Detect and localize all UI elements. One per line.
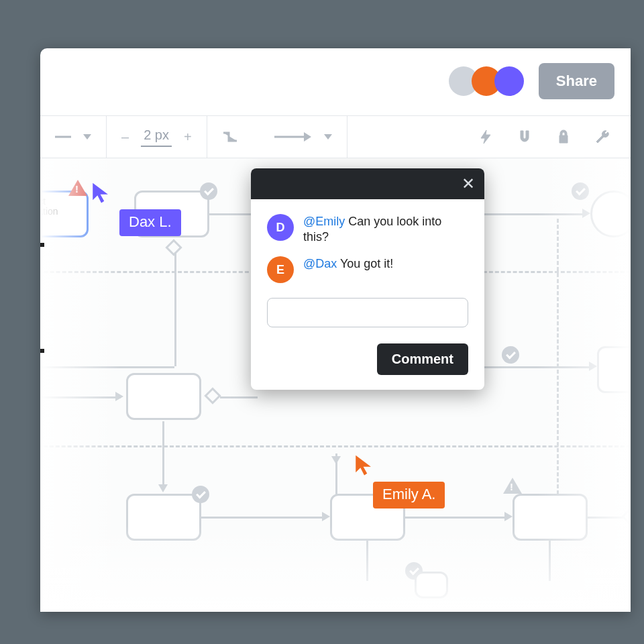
connector-section — [207, 116, 347, 158]
mention[interactable]: @Dax — [303, 257, 337, 270]
mention[interactable]: @Emily — [303, 215, 345, 228]
line-style-section — [40, 116, 106, 158]
lightning-icon[interactable] — [478, 129, 494, 145]
collaborator-cursor-dax — [90, 181, 113, 204]
app-window: Share – 2 px + — [40, 48, 631, 612]
diamond-icon — [621, 508, 631, 525]
share-button[interactable]: Share — [539, 63, 614, 99]
avatar-initial: D — [267, 214, 294, 241]
node-label: roduct figuration — [40, 193, 87, 221]
check-icon — [502, 346, 519, 364]
comment-text: You got it! — [337, 257, 393, 270]
elbow-connector-icon[interactable] — [222, 129, 238, 145]
collaborator-label-emily: Emily A. — [373, 482, 445, 508]
wrench-icon[interactable] — [594, 129, 610, 145]
diagram-node[interactable] — [126, 373, 201, 420]
avatar[interactable] — [494, 66, 524, 96]
diagram-node[interactable] — [126, 494, 201, 541]
chevron-down-icon[interactable] — [324, 134, 332, 140]
diagram-node[interactable] — [590, 191, 631, 237]
check-icon — [200, 182, 217, 200]
magnet-icon[interactable] — [517, 129, 533, 145]
diagram-node[interactable] — [415, 572, 448, 598]
collaborator-label-dax: Dax L. — [119, 209, 181, 236]
topbar: Share — [455, 63, 614, 99]
comment-submit-button[interactable]: Comment — [377, 343, 468, 375]
toolbar: – 2 px + — [40, 115, 631, 158]
minus-button[interactable]: – — [121, 129, 129, 145]
diamond-icon — [204, 387, 221, 404]
diamond-icon — [165, 239, 182, 256]
warning-icon[interactable]: ! — [68, 180, 87, 196]
collaborator-cursor-emily — [353, 453, 376, 476]
collaborator-avatars[interactable] — [455, 66, 524, 96]
plus-button[interactable]: + — [184, 129, 192, 145]
arrow-right-icon[interactable] — [274, 129, 312, 145]
line-style-icon[interactable] — [55, 129, 71, 145]
check-icon — [192, 486, 209, 503]
stroke-width-section: – 2 px + — [107, 116, 207, 158]
popover-header: ✕ — [251, 168, 484, 199]
comment-message: D @Emily Can you look into this? — [267, 214, 468, 244]
close-icon[interactable]: ✕ — [462, 176, 475, 192]
lock-icon[interactable] — [555, 129, 572, 145]
check-icon — [572, 182, 589, 200]
diagram-canvas[interactable]: roduct figuration ! — [40, 158, 631, 612]
comment-message: E @Dax You got it! — [267, 256, 468, 283]
diagram-node[interactable] — [513, 494, 588, 541]
comment-input[interactable] — [267, 298, 468, 327]
chevron-down-icon[interactable] — [83, 134, 91, 140]
diagram-node[interactable] — [597, 346, 631, 393]
toolbar-right — [458, 129, 631, 145]
comment-popover: ✕ D @Emily Can you look into this? E @Da… — [251, 168, 484, 390]
avatar-initial: E — [267, 256, 294, 283]
diagram-node-selected[interactable]: roduct figuration — [40, 191, 89, 237]
warning-icon: ! — [503, 478, 522, 494]
stroke-width-value[interactable]: 2 px — [141, 127, 172, 147]
